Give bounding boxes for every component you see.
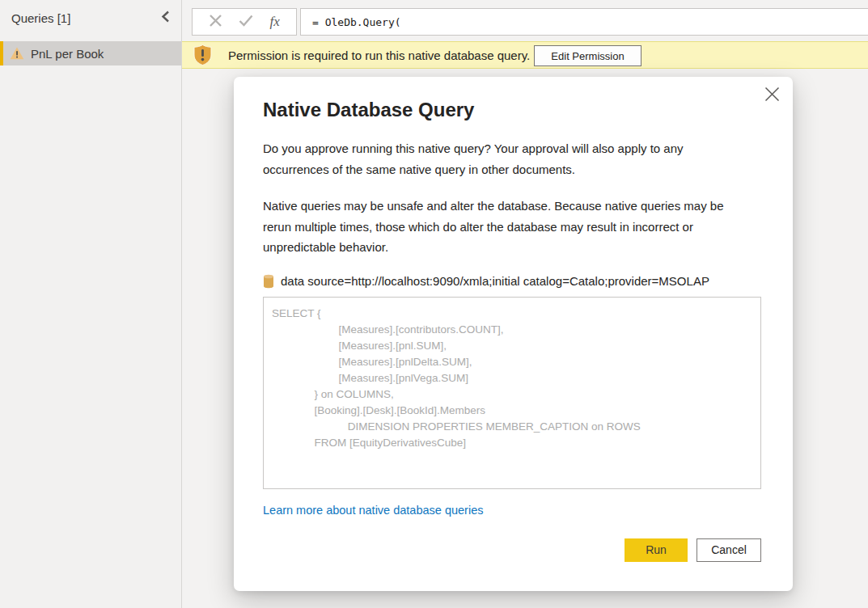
sidebar-item-pnl-per-book[interactable]: PnL per Book [0,41,181,65]
native-query-box[interactable]: SELECT { [Measures].[contributors.COUNT]… [263,297,761,489]
dialog-title: Native Database Query [263,98,761,122]
close-icon [764,87,780,104]
database-cylinder-icon [263,274,274,289]
warning-triangle-icon [10,47,24,60]
data-source-row: data source=http://localhost:9090/xmla;i… [263,274,761,289]
discard-formula-button[interactable] [209,14,222,30]
cancel-button[interactable]: Cancel [697,538,761,562]
query-item-label: PnL per Book [31,47,104,61]
dialog-paragraph-approval: Do you approve running this native query… [263,138,748,179]
warning-shield-icon [193,44,212,65]
formula-expression: = OleDb.Query( [312,16,401,28]
native-database-query-dialog: Native Database Query Do you approve run… [234,77,793,591]
collapse-sidebar-button[interactable] [160,11,171,25]
permission-warning-bar: Permission is required to run this nativ… [182,41,868,69]
add-step-button[interactable]: fx [270,14,280,30]
queries-header-label: Queries [1] [11,11,70,25]
dialog-button-row: Run Cancel [263,538,761,562]
run-button[interactable]: Run [625,538,688,562]
x-mark-icon [209,14,222,30]
data-source-string: data source=http://localhost:9090/xmla;i… [281,274,709,288]
queries-sidebar: Queries [1] PnL per Book [0,0,182,608]
check-mark-icon [239,15,253,29]
edit-permission-button[interactable]: Edit Permission [534,45,641,66]
fx-icon: fx [270,14,280,30]
learn-more-link[interactable]: Learn more about native database queries [263,504,483,517]
dialog-paragraph-warning: Native queries may be unsafe and alter t… [263,196,748,258]
formula-actions-box: fx [192,8,297,36]
permission-message: Permission is required to run this nativ… [228,49,530,62]
dialog-close-button[interactable] [762,86,781,105]
chevron-left-icon [160,11,171,25]
queries-header: Queries [1] [0,0,181,25]
formula-input[interactable]: = OleDb.Query( [300,8,868,36]
formula-toolbar: fx = OleDb.Query( [182,0,868,41]
native-query-text: SELECT { [Measures].[contributors.COUNT]… [264,298,760,459]
commit-formula-button[interactable] [239,15,253,29]
